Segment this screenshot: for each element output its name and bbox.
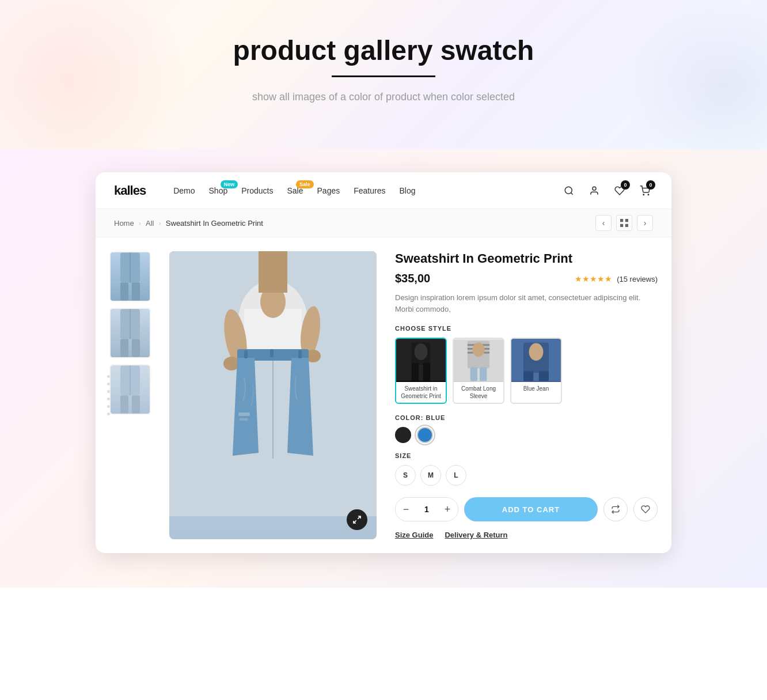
svg-rect-7	[620, 224, 623, 227]
svg-rect-33	[270, 349, 274, 357]
style-option-0[interactable]: Sweatshirt in Geometric Print	[395, 338, 447, 404]
add-to-cart-button[interactable]: ADD TO CART	[464, 497, 598, 521]
nav-item-demo[interactable]: Demo	[173, 186, 195, 195]
product-name: Sweatshirt In Geometric Print	[395, 251, 658, 266]
thumbnail-1[interactable]	[109, 251, 151, 302]
svg-point-41	[415, 343, 428, 360]
svg-rect-19	[132, 395, 140, 413]
dot-3	[107, 390, 110, 393]
title-underline	[332, 75, 435, 77]
nav-item-shop[interactable]: ShopNew	[209, 186, 228, 195]
svg-rect-8	[625, 224, 628, 227]
product-price: $35,00	[395, 272, 430, 285]
svg-rect-14	[120, 339, 128, 357]
color-swatch-black[interactable]	[395, 427, 411, 443]
main-product-image	[169, 251, 377, 539]
wishlist-add-button[interactable]	[633, 497, 658, 521]
svg-point-3	[643, 194, 644, 195]
nav-item-products[interactable]: Products	[241, 186, 273, 195]
svg-point-0	[565, 187, 572, 194]
quantity-increase-button[interactable]: +	[437, 497, 458, 521]
svg-rect-30	[240, 418, 248, 421]
nav-item-pages[interactable]: Pages	[317, 186, 340, 195]
dot-6	[107, 413, 110, 415]
size-label: SIZE	[395, 452, 658, 459]
svg-rect-29	[238, 413, 250, 416]
svg-rect-15	[132, 339, 140, 357]
style-label-2: Blue Jean	[511, 382, 561, 395]
account-button[interactable]	[586, 183, 602, 199]
svg-rect-48	[480, 367, 487, 381]
svg-rect-11	[132, 282, 140, 300]
quantity-decrease-button[interactable]: −	[396, 497, 416, 521]
breadcrumb-all[interactable]: All	[146, 219, 154, 228]
thumbnail-image-3	[111, 365, 150, 414]
svg-rect-53	[539, 371, 549, 381]
product-rating: ★★★★★ (15 reviews)	[575, 274, 658, 284]
style-thumb-0	[396, 339, 446, 382]
product-thumbnails	[109, 251, 151, 539]
breadcrumb-prev-button[interactable]: ‹	[595, 215, 612, 231]
svg-rect-47	[470, 367, 477, 381]
quantity-control: − 1 +	[395, 497, 458, 521]
quantity-value: 1	[416, 505, 437, 514]
breadcrumb-next-button[interactable]: ›	[637, 215, 653, 231]
wishlist-count: 0	[621, 180, 630, 190]
breadcrumb-home[interactable]: Home	[114, 219, 134, 228]
dot-1	[107, 375, 110, 378]
review-count: (15 reviews)	[617, 275, 658, 283]
svg-point-2	[593, 187, 596, 190]
thumbnail-3[interactable]	[109, 364, 151, 415]
wishlist-button[interactable]: 0	[612, 183, 628, 199]
cart-button[interactable]: 0	[637, 183, 653, 199]
dot-5	[107, 405, 110, 408]
breadcrumb: Home › All › Sweatshirt In Geometric Pri…	[114, 219, 263, 228]
main-image-placeholder	[169, 251, 377, 539]
star-rating: ★★★★★	[575, 274, 612, 283]
search-button[interactable]	[561, 183, 577, 199]
thumbnail-2[interactable]	[109, 308, 151, 358]
store-card: kalles Demo ShopNew Products SaleSale Pa…	[96, 172, 671, 553]
size-s-button[interactable]: S	[395, 465, 416, 486]
color-options	[395, 427, 658, 443]
svg-rect-40	[423, 363, 430, 381]
pricing-row: $35,00 ★★★★★ (15 reviews)	[395, 272, 658, 285]
hero-section: product gallery swatch show all images o…	[0, 0, 767, 149]
product-area: Sweatshirt In Geometric Print $35,00 ★★★…	[96, 237, 671, 553]
style-thumb-1	[454, 339, 503, 382]
product-links: Size Guide Delivery & Return	[395, 531, 658, 539]
product-description: Design inspiration lorem ipsum dolor sit…	[395, 292, 658, 315]
style-options: Sweatshirt in Geometric Print	[395, 338, 658, 404]
style-option-1[interactable]: Combat Long Sleeve	[453, 338, 504, 404]
svg-rect-5	[620, 219, 623, 222]
style-option-2[interactable]: Blue Jean	[510, 338, 562, 404]
svg-rect-52	[523, 371, 533, 381]
dot-2	[107, 383, 110, 385]
svg-line-1	[571, 192, 572, 194]
nav-item-features[interactable]: Features	[354, 186, 385, 195]
cart-row: − 1 + ADD TO CART	[395, 497, 658, 521]
size-m-button[interactable]: M	[420, 465, 441, 486]
choose-style-label: CHOOSE STYLE	[395, 325, 658, 332]
dot-4	[107, 398, 110, 400]
logo: kalles	[114, 183, 146, 198]
sale-badge: Sale	[296, 180, 314, 188]
zoom-button[interactable]	[347, 509, 367, 530]
size-guide-link[interactable]: Size Guide	[395, 531, 433, 539]
svg-point-54	[529, 343, 544, 361]
style-label-0: Sweatshirt in Geometric Print	[396, 382, 446, 403]
compare-button[interactable]	[603, 497, 628, 521]
thumbnail-image-2	[111, 309, 150, 357]
product-details: Sweatshirt In Geometric Print $35,00 ★★★…	[395, 251, 658, 539]
nav-item-sale[interactable]: SaleSale	[287, 186, 303, 195]
size-l-button[interactable]: L	[446, 465, 466, 486]
delivery-return-link[interactable]: Delivery & Return	[445, 531, 507, 539]
svg-rect-36	[259, 251, 287, 293]
store-header: kalles Demo ShopNew Products SaleSale Pa…	[96, 172, 671, 209]
decorative-dots	[107, 375, 110, 415]
breadcrumb-grid-button[interactable]	[616, 215, 632, 231]
page-subtitle: show all images of a color of product wh…	[12, 91, 755, 103]
page-title: product gallery swatch	[12, 35, 755, 66]
nav-item-blog[interactable]: Blog	[399, 186, 415, 195]
color-swatch-blue[interactable]	[417, 427, 433, 443]
